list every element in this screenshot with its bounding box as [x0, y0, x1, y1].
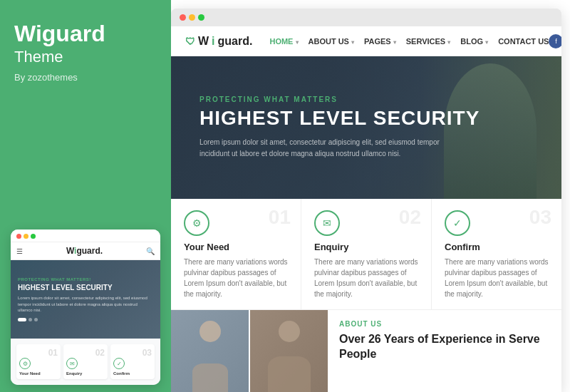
about-title: Over 26 Years of Experience in Serve Peo…	[339, 332, 550, 362]
card-icon-2: ✉	[314, 210, 340, 236]
card-text-3: There are many variations words pulvinar…	[445, 257, 549, 299]
site-hero: PROTECTING WHAT MATTERS HIGHEST LEVEL SE…	[171, 56, 561, 199]
mobile-dot-yellow	[24, 234, 28, 239]
mobile-logo: Wiguard.	[66, 246, 103, 256]
nav-link-contact[interactable]: CONTACT US	[498, 37, 549, 46]
right-panel: 🛡 Wiguard. HOME ▾ ABOUT US ▾ PAGES ▾ SER…	[171, 9, 561, 392]
mobile-window-dots	[16, 234, 36, 239]
hero-title: HIGHEST LEVEL SECURITY	[200, 108, 480, 130]
mobile-cards-section: 01 ⚙ Your Need 02 ✉ Enquiry 03 ✓ Confirm	[11, 339, 160, 385]
theme-subtitle: Theme	[14, 48, 157, 66]
mobile-hero-content: PROTECTING WHAT MATTERS! HIGHEST LEVEL S…	[18, 277, 153, 321]
browser-content: 🛡 Wiguard. HOME ▾ ABOUT US ▾ PAGES ▾ SER…	[171, 26, 561, 392]
card-item-2: 02 ✉ Enquiry There are many variations w…	[301, 199, 432, 309]
mobile-card-label-2: Enquiry	[66, 371, 82, 376]
browser-dot-yellow	[189, 14, 195, 21]
logo-accent: i	[212, 35, 214, 48]
card-title-2: Enquiry	[314, 242, 418, 252]
mobile-indicator-3	[34, 318, 38, 321]
person-body-2	[268, 356, 311, 392]
card-icon-1: ⚙	[184, 210, 209, 236]
site-navbar: 🛡 Wiguard. HOME ▾ ABOUT US ▾ PAGES ▾ SER…	[171, 26, 561, 56]
card-number-1: 01	[269, 206, 291, 229]
browser-bar	[171, 9, 561, 26]
theme-title: Wiguard	[14, 21, 157, 46]
mobile-indicator-1	[18, 318, 26, 321]
mobile-card-label-3: Confirm	[113, 371, 130, 376]
mobile-preview: ☰ Wiguard. 🔍 PROTECTING WHAT MATTERS! HI…	[11, 229, 160, 385]
bottom-section: ABOUT US Over 26 Years of Experience in …	[171, 310, 561, 392]
mobile-card-num-3: 03	[142, 348, 152, 358]
mobile-card-icon-1: ⚙	[19, 358, 31, 369]
nav-link-home[interactable]: HOME ▾	[269, 37, 298, 46]
cards-section: 01 ⚙ Your Need There are many variations…	[171, 199, 561, 310]
mobile-card-label-1: Your Need	[19, 371, 41, 376]
nav-link-about[interactable]: ABOUT US ▾	[309, 37, 355, 46]
nav-arrow-blog: ▾	[485, 39, 488, 46]
person-face-2	[279, 321, 300, 342]
hero-tag: PROTECTING WHAT MATTERS	[200, 96, 480, 103]
card-item-3: 03 ✓ Confirm There are many variations w…	[432, 199, 561, 309]
mobile-indicator-2	[28, 318, 32, 321]
nav-link-services[interactable]: SERVICES ▾	[406, 37, 451, 46]
browser-dot-green	[198, 14, 204, 21]
card-icon-3: ✓	[445, 210, 470, 236]
nav-link-blog[interactable]: BLOG ▾	[460, 37, 488, 46]
mobile-card-1: 01 ⚙ Your Need	[16, 344, 61, 379]
card-item-1: 01 ⚙ Your Need There are many variations…	[171, 199, 301, 309]
settings-icon: ⚙	[192, 217, 202, 229]
nav-links: HOME ▾ ABOUT US ▾ PAGES ▾ SERVICES ▾ BLO…	[269, 37, 549, 46]
card-title-1: Your Need	[184, 242, 288, 252]
nav-arrow-about: ▾	[351, 39, 354, 46]
about-label: ABOUT US	[339, 320, 550, 328]
mobile-dot-green	[31, 234, 36, 239]
person-body-1	[192, 363, 228, 392]
about-text-section: ABOUT US Over 26 Years of Experience in …	[328, 310, 561, 392]
mobile-card-row: 01 ⚙ Your Need 02 ✉ Enquiry 03 ✓ Confirm	[16, 344, 155, 379]
mobile-card-icon-3: ✓	[113, 358, 125, 369]
nav-link-pages[interactable]: PAGES ▾	[364, 37, 396, 46]
hero-description: Lorem ipsum dolor sit amet, consectetur …	[200, 137, 442, 160]
mobile-hero: PROTECTING WHAT MATTERS! HIGHEST LEVEL S…	[11, 260, 160, 339]
mobile-slide-indicators	[18, 318, 153, 321]
mobile-nav-bar: ☰ Wiguard. 🔍	[11, 242, 160, 260]
card-number-3: 03	[529, 206, 551, 229]
theme-author: By zozothemes	[14, 72, 157, 83]
site-logo: 🛡 Wiguard.	[185, 35, 252, 48]
card-text-2: There are many variations words pulvinar…	[314, 257, 418, 299]
card-text-1: There are many variations words pulvinar…	[184, 257, 288, 299]
nav-socials: f t in p	[549, 34, 561, 48]
checkmark-icon: ✓	[453, 217, 462, 229]
mobile-search-icon: 🔍	[146, 247, 155, 255]
mobile-card-2: 02 ✉ Enquiry	[63, 344, 108, 379]
nav-arrow-home: ▾	[296, 39, 299, 46]
mobile-card-icon-2: ✉	[66, 358, 78, 369]
mobile-hamburger-icon: ☰	[16, 247, 23, 255]
social-facebook-button[interactable]: f	[549, 34, 561, 48]
mobile-hero-tag: PROTECTING WHAT MATTERS!	[18, 277, 153, 282]
mobile-hero-desc: Lorem ipsum dolor sit amet, consectetur …	[18, 295, 153, 313]
mobile-dot-red	[16, 234, 21, 239]
nav-arrow-pages: ▾	[393, 39, 396, 46]
mobile-card-num-2: 02	[95, 348, 105, 358]
person-face-1	[200, 321, 221, 342]
left-panel: Wiguard Theme By zozothemes ☰ Wiguard. 🔍…	[0, 0, 171, 392]
logo-shield-icon: 🛡	[185, 36, 195, 47]
hero-content: PROTECTING WHAT MATTERS HIGHEST LEVEL SE…	[171, 96, 508, 160]
nav-arrow-services: ▾	[447, 39, 450, 46]
mobile-card-num-1: 01	[48, 348, 58, 358]
about-image-2	[250, 310, 328, 392]
browser-dot-red	[180, 14, 186, 21]
mobile-hero-title: HIGHEST LEVEL SECURITY	[18, 284, 153, 292]
about-image-1	[171, 310, 250, 392]
bottom-images	[171, 310, 328, 392]
email-icon: ✉	[323, 217, 331, 229]
card-number-2: 02	[399, 206, 421, 229]
mobile-card-3: 03 ✓ Confirm	[110, 344, 155, 379]
browser-window-controls	[180, 14, 204, 21]
card-title-3: Confirm	[445, 242, 549, 252]
mobile-topbar	[11, 229, 160, 242]
